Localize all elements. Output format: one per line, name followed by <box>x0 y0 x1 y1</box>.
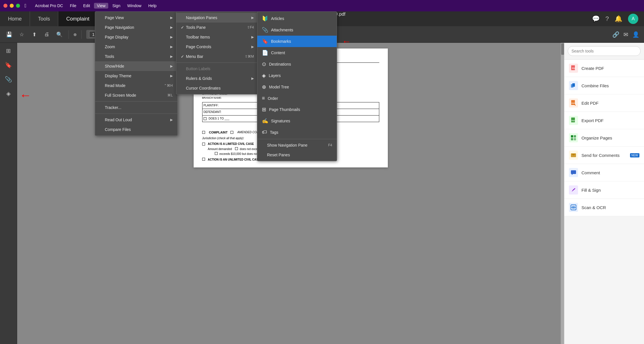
navpane-signatures[interactable]: ✍ Signatures <box>257 115 337 127</box>
comment-label: Comment <box>581 170 600 175</box>
navpane-reset-panes[interactable]: Reset Panes <box>257 150 337 160</box>
mac-menu-items: Acrobat Pro DC File Edit View Sign Windo… <box>32 3 159 9</box>
left-sidebar: ⊞ 🔖 📎 ◈ <box>0 43 17 344</box>
upload-icon[interactable]: ⬆ <box>30 30 39 39</box>
tab-complaint[interactable]: Complaint <box>58 11 98 26</box>
showhide-tools-pane[interactable]: ✓ Tools Pane ⇧F4 <box>176 23 258 32</box>
showhide-navigation-panes[interactable]: Navigation Panes ▶ <box>176 13 258 23</box>
toolbar-separator <box>69 30 69 39</box>
mail-icon[interactable]: ✉ <box>623 31 628 38</box>
showhide-rulers-grids[interactable]: Rulers & Grids ▶ <box>176 74 258 83</box>
svg-rect-15 <box>571 170 576 174</box>
navpane-layers[interactable]: ◈ Layers <box>257 70 337 81</box>
export-pdf-icon: PDF <box>569 116 578 125</box>
view-menu-read-out-loud[interactable]: Read Out Loud ▶ <box>95 115 177 125</box>
export-pdf-label: Export PDF <box>581 118 604 123</box>
mac-menu-help[interactable]: Help <box>145 3 159 9</box>
mac-menu-window[interactable]: Window <box>124 3 144 9</box>
toolbar-separator-2 <box>81 30 82 39</box>
navpane-model-tree[interactable]: ⊕ Model Tree <box>257 81 337 93</box>
mac-menu-edit[interactable]: Edit <box>80 3 93 9</box>
svg-rect-11 <box>571 138 573 140</box>
notifications-icon[interactable]: 🔔 <box>615 15 622 23</box>
link-icon[interactable]: 🔗 <box>612 31 619 38</box>
user-avatar[interactable]: A <box>628 14 638 24</box>
view-menu-zoom[interactable]: Zoom ▶ <box>95 42 177 52</box>
view-menu-showhide[interactable]: Show/Hide ▶ <box>95 61 177 71</box>
tool-create-pdf[interactable]: PDF Create PDF <box>564 60 644 77</box>
zoom-icon[interactable]: ⊕ <box>73 32 77 37</box>
combine-files-icon <box>569 81 578 90</box>
print-icon[interactable]: 🖨 <box>42 30 51 39</box>
tool-combine-files[interactable]: Combine Files <box>564 77 644 94</box>
navpane-page-thumbnails[interactable]: ⊞ Page Thumbnails <box>257 104 337 115</box>
search-tools-input[interactable] <box>568 46 641 56</box>
view-menu-read-mode[interactable]: Read Mode ⌃⌘H <box>95 81 177 90</box>
navpane-attachments[interactable]: 📎 Attachments <box>257 24 337 36</box>
navpane-content[interactable]: 📄 Content <box>257 47 337 58</box>
navpanes-submenu: 🔰 Articles 📎 Attachments 🔖 Bookmarks ← 📄… <box>257 11 337 161</box>
view-menu-page-navigation[interactable]: Page Navigation ▶ <box>95 23 177 32</box>
view-menu-tools[interactable]: Tools ▶ <box>95 52 177 61</box>
sidebar-bookmarks[interactable]: 🔖 <box>3 60 14 70</box>
sidebar-attachments[interactable]: 📎 <box>3 74 14 84</box>
bookmark-icon[interactable]: ☆ <box>17 30 26 39</box>
search-icon[interactable]: 🔍 <box>55 30 64 39</box>
create-pdf-label: Create PDF <box>581 66 604 71</box>
view-menu-page-view[interactable]: Page View ▶ <box>95 13 177 23</box>
mac-menu-view[interactable]: View <box>94 3 108 9</box>
mac-menubar:  Acrobat Pro DC File Edit View Sign Win… <box>0 0 644 11</box>
view-menu-display-theme[interactable]: Display Theme ▶ <box>95 71 177 81</box>
view-menu-page-display[interactable]: Page Display ▶ <box>95 32 177 42</box>
navpanes-sep1 <box>257 139 337 139</box>
scrollbar[interactable] <box>561 43 564 344</box>
showhide-toolbar-items[interactable]: Toolbar Items ▶ <box>176 32 258 42</box>
navpane-destinations[interactable]: ⊙ Destinations <box>257 58 337 70</box>
tool-edit-pdf[interactable]: PDF Edit PDF <box>564 94 644 112</box>
view-menu-tracker[interactable]: Tracker... <box>95 103 177 112</box>
tab-home[interactable]: Home <box>0 11 30 26</box>
navpane-articles[interactable]: 🔰 Articles <box>257 13 337 24</box>
minimize-button[interactable] <box>10 4 14 8</box>
mac-menu-sign[interactable]: Sign <box>109 3 123 9</box>
view-menu-sep2 <box>95 114 177 114</box>
close-button[interactable] <box>3 4 7 8</box>
navpane-show-nav-pane[interactable]: Show Navigation Pane F4 <box>257 140 337 150</box>
navpane-bookmarks[interactable]: 🔖 Bookmarks ← <box>257 36 337 47</box>
tool-organize-pages[interactable]: Organize Pages <box>564 129 644 147</box>
tab-tools[interactable]: Tools <box>30 11 58 26</box>
edit-pdf-icon: PDF <box>569 98 578 108</box>
mac-menu-acrobat[interactable]: Acrobat Pro DC <box>32 3 66 9</box>
showhide-menu-bar[interactable]: ✓ Menu Bar ⇧⌘M <box>176 52 258 61</box>
help-icon[interactable]: ? <box>605 15 609 23</box>
comments-icon[interactable]: 💬 <box>592 15 600 23</box>
view-menu-sep1 <box>95 101 177 102</box>
view-menu-fullscreen[interactable]: Full Screen Mode ⌘L <box>95 90 177 100</box>
create-pdf-icon: PDF <box>569 64 578 73</box>
save-icon[interactable]: 💾 <box>5 30 14 39</box>
svg-text:PDF: PDF <box>571 102 575 104</box>
svg-text:PDF: PDF <box>571 120 575 122</box>
navpane-order[interactable]: ≡ Order <box>257 93 337 104</box>
apple-icon:  <box>25 3 27 9</box>
showhide-page-controls[interactable]: Page Controls ▶ <box>176 42 258 52</box>
edit-pdf-label: Edit PDF <box>581 101 599 106</box>
view-menu-compare-files[interactable]: Compare Files <box>95 125 177 134</box>
svg-text:PDF: PDF <box>572 67 576 69</box>
tool-comment[interactable]: Comment <box>564 164 644 181</box>
tool-scan-ocr[interactable]: Scan & OCR <box>564 199 644 216</box>
organize-pages-icon <box>569 133 578 142</box>
svg-rect-9 <box>571 135 573 137</box>
tool-fill-sign[interactable]: Fill & Sign <box>564 181 644 199</box>
showhide-cursor-coordinates[interactable]: Cursor Coordinates <box>176 83 258 93</box>
share-icon[interactable]: 👤 <box>632 31 639 38</box>
sidebar-page-thumbnails[interactable]: ⊞ <box>3 46 14 56</box>
sidebar-layers[interactable]: ◈ <box>3 88 14 99</box>
maximize-button[interactable] <box>16 4 20 8</box>
tool-export-pdf[interactable]: PDF Export PDF <box>564 112 644 129</box>
showhide-sep1 <box>176 62 258 63</box>
navpane-tags[interactable]: 🏷 Tags <box>257 127 337 138</box>
tool-send-comments[interactable]: Send for Comments NEW <box>564 147 644 164</box>
mac-menu-file[interactable]: File <box>67 3 79 9</box>
send-comments-label: Send for Comments <box>581 153 619 158</box>
